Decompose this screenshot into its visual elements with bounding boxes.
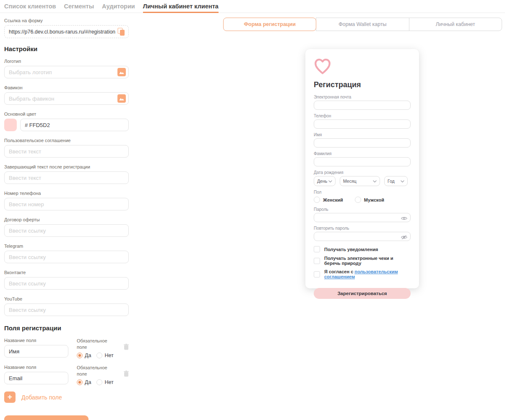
add-field-label: Добавить поле [21, 394, 62, 401]
field-name-input[interactable] [4, 372, 68, 384]
settings-panel: Ссылка на форму Настройки Логотип Фавико… [4, 18, 129, 420]
image-icon[interactable] [117, 68, 126, 76]
color-swatch[interactable] [4, 119, 17, 131]
trash-icon[interactable] [124, 371, 129, 385]
tab-audiences[interactable]: Аудитории [102, 0, 135, 13]
email-label: Электронная почта [314, 95, 411, 99]
preview-tabs: Форма регистрации Форма Wallet карты Лич… [223, 18, 502, 31]
radio-no-icon[interactable] [96, 379, 102, 385]
chevron-down-icon [328, 179, 332, 184]
gender-female-label: Женский [323, 197, 343, 202]
eye-icon[interactable] [401, 215, 407, 223]
first-name-field[interactable] [314, 138, 411, 148]
radio-no-label: Нет [104, 379, 113, 385]
radio-no-label: Нет [104, 353, 113, 358]
vkontakte-label: Вконтакте [4, 270, 129, 275]
notifications-checkbox[interactable] [314, 246, 320, 252]
radio-yes-icon[interactable] [77, 353, 83, 358]
consent-label: Я согласен спользовательским соглашением [324, 269, 411, 279]
favicon-input[interactable] [4, 92, 129, 105]
tab-personal-cabinet[interactable]: Личный кабинет [409, 18, 502, 31]
youtube-label: YouTube [4, 296, 129, 301]
chevron-down-icon [373, 179, 377, 184]
password-repeat-field[interactable] [314, 232, 411, 241]
form-link-label: Ссылка на форму [4, 18, 129, 23]
required-field-label: Обязательное поле [77, 338, 117, 350]
telegram-input[interactable] [4, 251, 129, 263]
logo-input[interactable] [4, 66, 129, 78]
offer-contract-input[interactable] [4, 224, 129, 237]
last-name-field[interactable] [314, 157, 411, 166]
required-yes-option[interactable]: Да [77, 379, 91, 385]
favicon-label: Фавикон [4, 85, 129, 90]
required-yes-option[interactable]: Да [77, 353, 91, 358]
registration-preview-card: Регистрация Электронная почта Телефон Им… [305, 49, 419, 288]
tab-segments[interactable]: Сегменты [64, 0, 94, 13]
gender-male-label: Мужской [364, 197, 384, 202]
field-name-label: Название поля [4, 365, 68, 370]
birth-year-value: Год [388, 179, 395, 184]
birth-day-select[interactable]: День [314, 176, 336, 186]
radio-yes-label: Да [85, 353, 91, 358]
consent-text: Я согласен с [324, 269, 353, 274]
tab-wallet-card-form[interactable]: Форма Wallet карты [316, 18, 409, 31]
field-name-input[interactable] [4, 345, 68, 358]
phone-number-label: Номер телефона [4, 191, 129, 196]
trash-icon[interactable] [124, 344, 129, 358]
e-receipts-label: Получать электронные чеки и беречь приро… [324, 256, 411, 266]
main-color-input[interactable] [20, 119, 129, 131]
required-no-option[interactable]: Нет [96, 353, 113, 358]
field-name-label: Название поля [4, 338, 68, 343]
register-button[interactable]: Зарегистрироваться [314, 288, 411, 299]
copy-icon[interactable] [117, 28, 125, 36]
birth-date-label: Дата рождения [314, 170, 411, 175]
gender-female-option[interactable]: Женский [314, 197, 343, 203]
e-receipts-checkbox[interactable] [314, 258, 320, 264]
radio-yes-icon[interactable] [77, 379, 83, 385]
last-name-label: Фамилия [314, 151, 411, 156]
radio-male-icon[interactable] [355, 197, 361, 203]
radio-female-icon[interactable] [314, 197, 320, 203]
consent-checkbox[interactable] [314, 271, 320, 277]
form-link-input[interactable] [9, 29, 117, 35]
radio-no-icon[interactable] [96, 353, 102, 358]
birth-day-value: День [317, 179, 327, 184]
email-field[interactable] [314, 101, 411, 110]
top-nav: Список клиентов Сегменты Аудитории Личны… [0, 0, 505, 13]
final-text-input[interactable] [4, 171, 129, 184]
tab-client-list[interactable]: Список клиентов [4, 0, 56, 13]
eye-off-icon[interactable] [401, 234, 407, 241]
gender-male-option[interactable]: Мужской [355, 197, 384, 203]
add-field-button[interactable]: + Добавить поле [4, 391, 129, 403]
plus-icon[interactable]: + [4, 391, 16, 403]
birth-month-value: Месяц [343, 179, 357, 184]
youtube-input[interactable] [4, 303, 129, 316]
tab-registration-form[interactable]: Форма регистрации [223, 18, 316, 31]
first-name-label: Имя [314, 132, 411, 137]
registration-field-row: Название поля Обязательное поле Да Нет [4, 365, 129, 385]
tab-client-cabinet[interactable]: Личный кабинет клиента [143, 0, 219, 13]
vkontakte-input[interactable] [4, 277, 129, 290]
birth-month-select[interactable]: Месяц [340, 176, 380, 186]
phone-field[interactable] [314, 119, 411, 129]
form-link-box [4, 25, 129, 38]
telegram-label: Telegram [4, 244, 129, 249]
registration-fields-title: Поля регистрации [4, 324, 129, 332]
user-agreement-label: Пользовательское соглашение [4, 138, 129, 143]
final-text-label: Завершающий текст после регистрации [4, 164, 129, 169]
logo-label: Логотип [4, 59, 129, 64]
image-icon[interactable] [117, 94, 126, 103]
preview-title: Регистрация [314, 80, 411, 89]
settings-title: Настройки [4, 45, 129, 52]
phone-number-input[interactable] [4, 198, 129, 210]
password-field[interactable] [314, 213, 411, 222]
user-agreement-input[interactable] [4, 145, 129, 158]
required-no-option[interactable]: Нет [96, 379, 113, 385]
save-button[interactable]: Сохранить [4, 415, 89, 420]
heart-icon [314, 58, 411, 77]
registration-field-row: Название поля Обязательное поле Да Нет [4, 338, 129, 358]
phone-label: Телефон [314, 114, 411, 118]
birth-year-select[interactable]: Год [384, 176, 408, 186]
gender-label: Пол [314, 190, 411, 194]
chevron-down-icon [401, 179, 404, 184]
